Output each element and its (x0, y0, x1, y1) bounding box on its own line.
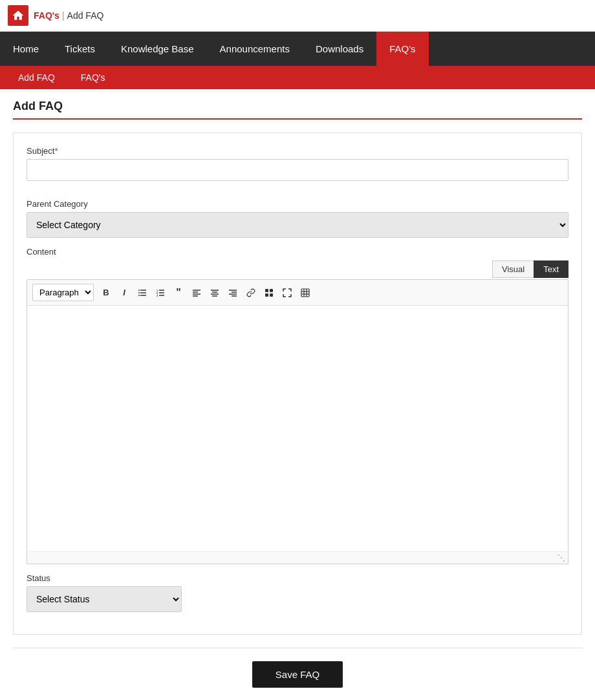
breadcrumb-separator: | (62, 10, 65, 21)
table-btn[interactable] (297, 284, 314, 301)
home-icon[interactable] (8, 5, 28, 26)
italic-btn[interactable]: I (116, 284, 133, 301)
subject-required: * (54, 146, 58, 156)
blockquote-btn[interactable]: " (170, 284, 187, 301)
svg-text:3: 3 (157, 293, 158, 297)
bold-btn[interactable]: B (98, 284, 114, 301)
subject-field-group: Subject* (27, 146, 568, 190)
breadcrumb-current: Add FAQ (67, 10, 104, 21)
page-content: Add FAQ Subject* Parent Category Select … (0, 89, 595, 700)
nav-home[interactable]: Home (0, 32, 52, 66)
secondary-nav-add-faq[interactable]: Add FAQ (5, 66, 68, 89)
link-btn[interactable] (243, 284, 259, 301)
unordered-list-btn[interactable] (134, 284, 151, 301)
secondary-nav-faqs[interactable]: FAQ's (68, 66, 118, 89)
form-card: Subject* Parent Category Select Category… (13, 133, 582, 635)
save-area: Save FAQ (13, 648, 582, 700)
editor-container: Paragraph B I 123 " (27, 279, 568, 564)
resize-dots: ⋱ (557, 553, 565, 562)
top-bar: FAQ's | Add FAQ (0, 0, 595, 32)
resize-handle: ⋱ (27, 551, 568, 564)
align-center-btn[interactable] (206, 284, 223, 301)
nav-knowledge-base[interactable]: Knowledge Base (108, 32, 207, 66)
nav-downloads[interactable]: Downloads (303, 32, 376, 66)
paragraph-select[interactable]: Paragraph (32, 284, 94, 301)
svg-point-3 (138, 290, 140, 291)
svg-point-4 (138, 292, 140, 293)
editor-toolbar: Paragraph B I 123 " (27, 280, 568, 306)
save-faq-button[interactable]: Save FAQ (252, 661, 343, 688)
subject-label: Subject* (27, 146, 568, 156)
status-field-group: Status Select Status (27, 573, 568, 612)
nav-faqs[interactable]: FAQ's (376, 32, 428, 66)
page-title: Add FAQ (13, 100, 582, 120)
visual-toggle-btn[interactable]: Visual (492, 260, 534, 278)
svg-rect-25 (270, 289, 273, 292)
status-select[interactable]: Select Status (27, 586, 182, 612)
nav-announcements[interactable]: Announcements (207, 32, 303, 66)
content-field-group: Content Visual Text Paragraph B I 123 (27, 247, 568, 564)
editor-toggle: Visual Text (27, 260, 568, 278)
svg-point-5 (138, 295, 140, 296)
nav-tickets[interactable]: Tickets (52, 32, 108, 66)
content-label: Content (27, 247, 568, 257)
editor-body[interactable] (27, 306, 568, 551)
svg-rect-28 (301, 289, 309, 297)
svg-rect-26 (265, 293, 268, 297)
parent-category-label: Parent Category (27, 199, 568, 209)
primary-nav: Home Tickets Knowledge Base Announcement… (0, 32, 595, 66)
align-left-btn[interactable] (188, 284, 205, 301)
svg-rect-27 (270, 293, 273, 297)
status-label: Status (27, 573, 568, 583)
fullscreen-btn[interactable] (279, 284, 296, 301)
subject-input[interactable] (27, 159, 568, 181)
parent-category-field-group: Parent Category Select Category (27, 199, 568, 238)
text-toggle-btn[interactable]: Text (534, 260, 568, 278)
parent-category-select[interactable]: Select Category (27, 212, 568, 238)
more-btn[interactable] (261, 284, 277, 301)
svg-rect-24 (265, 289, 268, 292)
breadcrumb-faqs[interactable]: FAQ's (34, 10, 60, 21)
align-right-btn[interactable] (224, 284, 241, 301)
ordered-list-btn[interactable]: 123 (152, 284, 169, 301)
secondary-nav: Add FAQ FAQ's (0, 66, 595, 89)
